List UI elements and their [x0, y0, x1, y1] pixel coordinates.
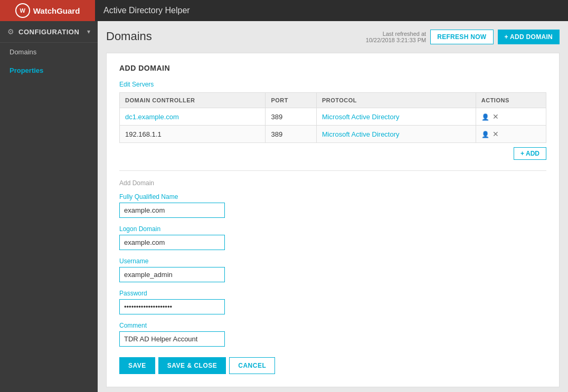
configuration-label: CONFIGURATION — [18, 28, 87, 36]
bottom-buttons: SAVE SAVE & CLOSE CANCEL — [119, 357, 546, 374]
username-input[interactable] — [119, 267, 225, 282]
logon-label: Logon Domain — [119, 225, 546, 233]
add-domain-header-button[interactable]: + ADD DOMAIN — [498, 30, 560, 44]
top-header: W WatchGuard Active Directory Helper — [0, 0, 568, 21]
main-layout: ⚙ CONFIGURATION ▾ Domains Properties Dom… — [0, 21, 568, 392]
save-close-button[interactable]: SAVE & CLOSE — [158, 357, 226, 374]
servers-table: DOMAIN CONTROLLER PORT PROTOCOL ACTIONS … — [119, 92, 546, 143]
password-group: Password — [119, 290, 546, 314]
username-group: Username — [119, 257, 546, 282]
watchguard-logo-circle: W — [15, 3, 30, 18]
logon-domain-group: Logon Domain — [119, 225, 546, 250]
delete-icon-2[interactable]: ✕ — [493, 130, 499, 138]
username-label: Username — [119, 257, 546, 265]
password-label: Password — [119, 290, 546, 297]
edit-user-icon-1[interactable] — [481, 112, 489, 121]
comment-input[interactable] — [119, 331, 225, 347]
actions-cell-1: ✕ — [476, 108, 546, 126]
col-header-controller: DOMAIN CONTROLLER — [120, 93, 266, 108]
edit-servers-label: Edit Servers — [119, 81, 546, 88]
password-input[interactable] — [119, 299, 225, 314]
sidebar-item-domains[interactable]: Domains — [0, 43, 98, 61]
add-domain-section-label: Add Domain — [119, 179, 546, 187]
fqn-label: Fully Qualified Name — [119, 193, 546, 200]
page-header: Domains Last refreshed at 10/22/2018 3:2… — [106, 30, 560, 44]
cancel-button[interactable]: CANCEL — [229, 357, 275, 374]
page-title: Domains — [106, 30, 152, 43]
last-refreshed-text: Last refreshed at 10/22/2018 3:21:33 PM — [366, 31, 426, 43]
comment-label: Comment — [119, 322, 546, 329]
port-cell-1: 389 — [266, 108, 316, 126]
protocol-cell-1: Microsoft Active Directory — [316, 108, 476, 126]
fqn-group: Fully Qualified Name — [119, 193, 546, 218]
sidebar-config-item[interactable]: ⚙ CONFIGURATION ▾ — [0, 21, 98, 43]
section-divider — [119, 170, 546, 171]
table-row: dc1.example.com 389 Microsoft Active Dir… — [120, 108, 546, 126]
sidebar-item-properties[interactable]: Properties — [0, 61, 98, 80]
col-header-port: PORT — [266, 93, 316, 108]
col-header-actions: ACTIONS — [476, 93, 546, 108]
card-title: ADD DOMAIN — [119, 64, 546, 72]
save-button[interactable]: SAVE — [119, 357, 155, 374]
add-server-row: + ADD — [119, 147, 546, 160]
logo-text: WatchGuard — [33, 6, 80, 15]
sidebar: ⚙ CONFIGURATION ▾ Domains Properties — [0, 21, 98, 392]
gear-icon: ⚙ — [7, 27, 14, 36]
logo-area: W WatchGuard — [0, 0, 95, 21]
main-card: ADD DOMAIN Edit Servers DOMAIN CONTROLLE… — [106, 53, 560, 387]
controller-cell: dc1.example.com — [120, 108, 266, 126]
add-server-button[interactable]: + ADD — [514, 147, 546, 160]
actions-cell-2: ✕ — [476, 126, 546, 143]
refresh-now-button[interactable]: REFRESH NOW — [430, 30, 493, 44]
chevron-down-icon: ▾ — [87, 28, 90, 35]
edit-user-icon-2[interactable] — [481, 130, 489, 138]
controller-link-1[interactable]: dc1.example.com — [125, 113, 179, 121]
content-area: Domains Last refreshed at 10/22/2018 3:2… — [98, 21, 568, 392]
protocol-cell-2: Microsoft Active Directory — [316, 126, 476, 143]
fqn-input[interactable] — [119, 203, 225, 218]
logon-domain-input[interactable] — [119, 235, 225, 250]
table-row: 192.168.1.1 389 Microsoft Active Directo… — [120, 126, 546, 143]
comment-group: Comment — [119, 322, 546, 347]
controller-cell-2: 192.168.1.1 — [120, 126, 266, 143]
port-cell-2: 389 — [266, 126, 316, 143]
app-title: Active Directory Helper — [103, 6, 190, 15]
col-header-protocol: PROTOCOL — [316, 93, 476, 108]
header-right: Last refreshed at 10/22/2018 3:21:33 PM … — [366, 30, 560, 44]
delete-icon-1[interactable]: ✕ — [493, 112, 499, 121]
